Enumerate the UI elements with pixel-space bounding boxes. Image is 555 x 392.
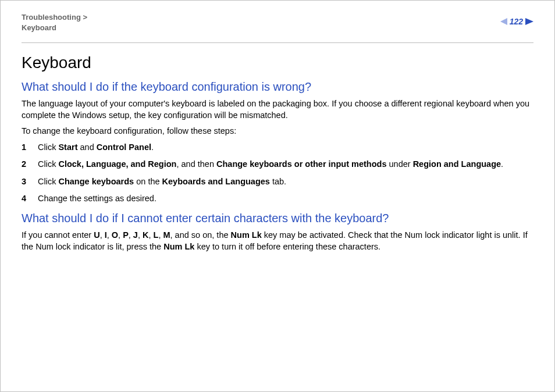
bold-term: J [133, 230, 138, 240]
breadcrumb: Troubleshooting > Keyboard [22, 12, 533, 33]
step-text: . [501, 159, 503, 169]
step-text: Click [38, 142, 58, 152]
bold-term: Num Lk [231, 230, 262, 240]
step-3: Click Change keyboards on the Keyboards … [22, 176, 533, 188]
bold-term: U [94, 230, 99, 240]
bold-term: Control Panel [97, 142, 151, 152]
breadcrumb-child: Keyboard [22, 23, 56, 32]
page-nav: 122 [500, 17, 533, 26]
step-2: Click Clock, Language, and Region, and t… [22, 159, 533, 170]
section1-para1: The language layout of your computer's k… [22, 98, 533, 121]
bold-term: Change keyboards [58, 177, 134, 186]
step-text: Click [38, 177, 58, 186]
bold-term: Start [58, 142, 77, 152]
bold-term: Clock, Language, and Region [58, 159, 176, 169]
section1-para2: To change the keyboard configuration, fo… [22, 126, 533, 137]
step-1: Click Start and Control Panel. [22, 142, 533, 154]
step-text: , and then [176, 159, 216, 169]
bold-term: M [163, 230, 170, 240]
para-text: , [100, 230, 105, 240]
bold-term: O [112, 230, 118, 240]
bold-term: Keyboards and Languages [162, 177, 270, 186]
document-page: Troubleshooting > Keyboard 122 Keyboard … [0, 0, 555, 392]
para-text: , [148, 230, 153, 240]
page-title: Keyboard [22, 54, 533, 72]
bold-term: K [143, 230, 148, 240]
bold-term: Change keyboards or other input methods [216, 159, 386, 169]
para-text: , [138, 230, 143, 240]
page-number: 122 [510, 17, 523, 26]
next-page-icon[interactable] [525, 18, 533, 25]
para-text: If you cannot enter [22, 230, 94, 240]
step-text: and [78, 142, 97, 152]
bold-term: Region and Language [413, 159, 501, 169]
breadcrumb-separator: > [83, 13, 87, 22]
para-text: key to turn it off before entering these… [194, 242, 380, 251]
prev-page-icon[interactable] [500, 18, 507, 25]
section-heading-chars: What should I do if I cannot enter certa… [22, 212, 533, 225]
step-4: Change the settings as desired. [22, 193, 533, 205]
step-text: Click [38, 159, 58, 169]
bold-term: Num Lk [163, 242, 194, 251]
step-text: Change the settings as desired. [38, 194, 156, 203]
breadcrumb-parent: Troubleshooting [22, 13, 81, 22]
step-text: on the [134, 177, 162, 186]
para-text: , [118, 230, 123, 240]
step-text: under [386, 159, 412, 169]
para-text: , [129, 230, 133, 240]
section2-para: If you cannot enter U, I, O, P, J, K, L,… [22, 230, 533, 252]
page-header: Troubleshooting > Keyboard 122 [22, 12, 533, 40]
para-text: , and so on, the [170, 230, 231, 240]
bold-term: P [123, 230, 129, 240]
step-text: . [151, 142, 154, 152]
para-text: , [107, 230, 112, 240]
step-text: tab. [270, 177, 286, 186]
section-heading-config: What should I do if the keyboard configu… [22, 80, 533, 94]
header-divider [22, 42, 533, 43]
steps-list: Click Start and Control Panel. Click Clo… [22, 142, 533, 205]
